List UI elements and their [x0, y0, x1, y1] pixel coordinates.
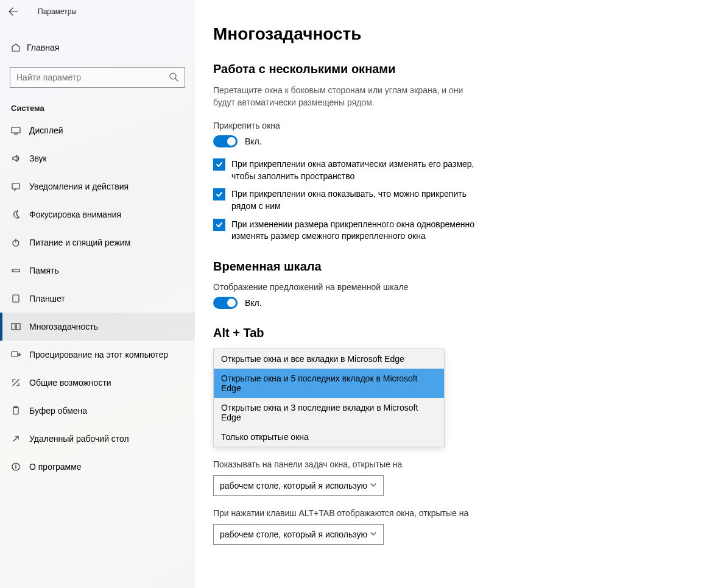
snap-toggle[interactable]: [213, 135, 238, 147]
sidebar-item-label: Буфер обмена: [29, 406, 87, 416]
alttab-dropdown[interactable]: Открытые окна и все вкладки в Microsoft …: [213, 349, 445, 447]
timeline-toggle-state: Вкл.: [245, 298, 262, 308]
display-icon: [11, 126, 29, 135]
window-title: Параметры: [38, 7, 77, 16]
snap-toggle-caption: Прикрепить окна: [213, 121, 701, 130]
snap-check-1: При прикреплении окна автоматически изме…: [213, 158, 481, 182]
alttab-heading: Alt + Tab: [213, 326, 701, 340]
section-alttab: Alt + Tab Открытые окна и все вкладки в …: [213, 326, 701, 447]
section-snap: Работа с несколькими окнами Перетащите о…: [213, 62, 701, 243]
vd-taskbar-label: Показывать на панели задач окна, открыты…: [213, 459, 701, 469]
tablet-icon: [11, 294, 29, 303]
checkbox[interactable]: [213, 188, 225, 200]
dropdown-option[interactable]: Открытые окна и все вкладки в Microsoft …: [214, 349, 444, 369]
check-icon: [215, 160, 224, 169]
shared-icon: [11, 378, 29, 388]
search-icon: [169, 72, 178, 83]
sidebar-item-tablet[interactable]: Планшет: [0, 285, 195, 313]
sidebar-item-storage[interactable]: Память: [0, 257, 195, 285]
project-icon: [11, 350, 29, 360]
sidebar-item-label: Удаленный рабочий стол: [29, 434, 129, 444]
sidebar-item-display[interactable]: Дисплей: [0, 116, 195, 144]
sidebar-item-power[interactable]: Питание и спящий режим: [0, 228, 195, 257]
sidebar-item-label: Звук: [29, 154, 47, 163]
svg-rect-2: [12, 183, 19, 189]
checkbox-label: При изменении размера прикрепленного окн…: [231, 219, 481, 243]
checkbox[interactable]: [213, 219, 225, 231]
dropdown-option-selected[interactable]: Открытые окна и 5 последних вкладок в Mi…: [214, 369, 444, 398]
svg-rect-1: [12, 127, 20, 133]
timeline-heading: Временная шкала: [213, 260, 701, 274]
svg-rect-4: [12, 269, 19, 272]
arrow-left-icon: [9, 7, 18, 16]
svg-rect-8: [12, 324, 15, 330]
sidebar: Параметры Главная Система Дисплей Звук: [0, 0, 195, 588]
sidebar-item-label: Общие возможности: [29, 378, 111, 388]
svg-point-5: [13, 270, 14, 271]
sidebar-item-focus[interactable]: Фокусировка внимания: [0, 200, 195, 228]
snap-heading: Работа с несколькими окнами: [213, 62, 701, 76]
sidebar-item-label: Планшет: [29, 294, 65, 303]
notifications-icon: [11, 182, 29, 191]
svg-point-0: [170, 73, 176, 79]
page-title: Многозадачность: [213, 24, 701, 44]
section-vd-taskbar: Показывать на панели задач окна, открыты…: [213, 459, 701, 496]
snap-check-3: При изменении размера прикрепленного окн…: [213, 219, 481, 243]
search-field[interactable]: [16, 73, 169, 82]
titlebar: Параметры: [0, 0, 195, 23]
checkbox-label: При прикреплении окна показывать, что мо…: [231, 188, 481, 212]
chevron-down-icon: [370, 481, 377, 491]
sidebar-item-sound[interactable]: Звук: [0, 144, 195, 172]
info-icon: [11, 462, 29, 472]
snap-check-2: При прикреплении окна показывать, что мо…: [213, 188, 481, 212]
moon-icon: [11, 210, 29, 219]
sidebar-item-projecting[interactable]: Проецирование на этот компьютер: [0, 341, 195, 369]
sidebar-item-notifications[interactable]: Уведомления и действия: [0, 172, 195, 200]
sidebar-item-label: Уведомления и действия: [29, 182, 129, 191]
vd-alttab-label: При нажатии клавиш ALT+TAB отображаются …: [213, 508, 701, 518]
select-value: рабочем столе, который я использую: [220, 530, 367, 539]
sidebar-group-label: Система: [11, 104, 195, 113]
sidebar-item-label: Проецирование на этот компьютер: [29, 350, 168, 360]
power-icon: [11, 238, 29, 247]
sidebar-item-label: Дисплей: [29, 126, 63, 135]
sidebar-home[interactable]: Главная: [0, 34, 195, 61]
multitasking-icon: [11, 322, 29, 331]
sidebar-item-multitasking[interactable]: Многозадачность: [0, 313, 195, 341]
toggle-knob: [227, 299, 236, 307]
sidebar-item-label: Память: [29, 266, 59, 275]
home-label: Главная: [27, 43, 59, 52]
check-icon: [215, 190, 224, 199]
select-value: рабочем столе, который я использую: [220, 481, 367, 491]
sidebar-item-clipboard[interactable]: Буфер обмена: [0, 397, 195, 425]
sidebar-item-label: Многозадачность: [29, 322, 98, 331]
back-button[interactable]: [9, 7, 26, 16]
dropdown-option[interactable]: Открытые окна и 3 последние вкладки в Mi…: [214, 398, 444, 427]
sidebar-item-about[interactable]: О программе: [0, 453, 195, 481]
sidebar-item-label: О программе: [29, 462, 82, 472]
svg-rect-11: [13, 407, 18, 414]
home-icon: [11, 43, 27, 52]
checkbox[interactable]: [213, 158, 225, 171]
snap-toggle-state: Вкл.: [245, 136, 262, 146]
clipboard-icon: [11, 406, 29, 416]
svg-rect-10: [12, 352, 18, 356]
vd-alttab-select[interactable]: рабочем столе, который я использую: [213, 524, 384, 545]
snap-desc: Перетащите окна к боковым сторонам или у…: [213, 85, 475, 108]
chevron-down-icon: [370, 530, 377, 539]
dropdown-option[interactable]: Только открытые окна: [214, 427, 444, 447]
svg-point-7: [15, 300, 16, 301]
toggle-knob: [227, 137, 236, 146]
sidebar-item-shared[interactable]: Общие возможности: [0, 369, 195, 397]
timeline-toggle[interactable]: [213, 297, 238, 309]
sound-icon: [11, 154, 29, 163]
snap-toggle-row: Вкл.: [213, 135, 701, 147]
check-icon: [215, 221, 224, 229]
section-vd-alttab: При нажатии клавиш ALT+TAB отображаются …: [213, 508, 701, 545]
section-timeline: Временная шкала Отображение предложений …: [213, 260, 701, 309]
sidebar-item-label: Фокусировка внимания: [29, 210, 121, 219]
remote-icon: [11, 434, 29, 444]
sidebar-item-remote[interactable]: Удаленный рабочий стол: [0, 425, 195, 453]
search-input[interactable]: [10, 67, 185, 88]
vd-taskbar-select[interactable]: рабочем столе, который я использую: [213, 475, 384, 496]
